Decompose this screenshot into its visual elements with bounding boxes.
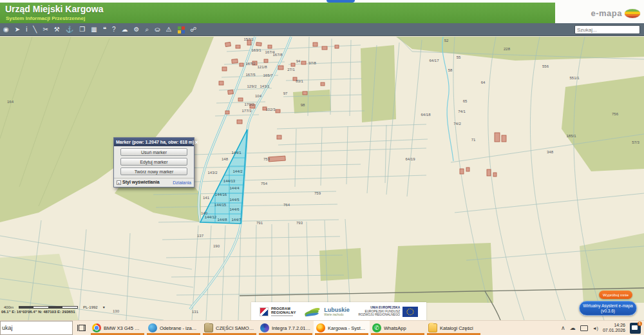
thunderbird-icon (148, 323, 157, 332)
marker-popup-body: Usuń markerEdytuj markerTwórz nowy marke… (114, 146, 194, 177)
notification-badge: 1 (638, 321, 642, 326)
folder-icon (428, 323, 437, 332)
program-line2: REGIONALNY (271, 311, 296, 314)
grid-icon[interactable]: ▦ (91, 23, 97, 36)
eu-line3: ROZWOJU REGIONALNEGO (359, 313, 401, 317)
marker-popup-title: Marker (pow: 1.2047 ha, obw: 618 m) (116, 140, 194, 144)
actions-link[interactable]: Działania (173, 180, 191, 185)
cart-icon[interactable]: ⛀ (155, 23, 160, 36)
emapa-logo-text: e-mapa (591, 8, 622, 18)
page-subtitle: System Informacji Przestrzennej (6, 15, 85, 21)
taskbar: ukaj BMW X3 G45 OSŁO...Odebrane - izabel… (0, 320, 644, 335)
lubuskie-logo: Lubuskie Warte zachodu (305, 307, 350, 316)
toolbar-icons: ◉➤i╲✂⚒⚓❐▦❝?☁⚙⌕⛀⚠☍ (3, 23, 197, 36)
taskbar-apps: BMW X3 G45 OSŁO...Odebrane - izabela...C… (90, 321, 482, 335)
taskbar-app-label: Integra 7.7.2.01 d [I... (272, 325, 311, 331)
stream (442, 37, 453, 161)
cut-icon[interactable]: ✂ (43, 23, 48, 36)
screen: 157/1163/1167/4167/89497/8167/2121/827/1… (0, 0, 644, 335)
task-view-button[interactable] (73, 321, 90, 335)
whatsapp-icon: ✆ (372, 323, 381, 332)
anchor-icon[interactable]: ⚓ (66, 23, 73, 36)
eu-flag-icon (402, 307, 418, 317)
taskbar-app-folder[interactable]: Katalogi Części (426, 321, 482, 335)
clock-time: 14:26 (603, 323, 625, 328)
marker-popup-titlebar[interactable]: Marker (pow: 1.2047 ha, obw: 618 m) × (114, 138, 194, 146)
emapa-logo-icon (625, 9, 640, 18)
taskbar-app-whatsapp[interactable]: ✆WhatsApp (370, 321, 426, 335)
marker-action-button-0[interactable]: Usuń marker (120, 148, 187, 156)
measure-line-icon[interactable]: ╲ (33, 23, 37, 36)
toolbar: ◉➤i╲✂⚒⚓❐▦❝?☁⚙⌕⛀⚠☍ (0, 23, 644, 36)
taskbar-app-firefox[interactable]: Kargowa - System I... (314, 321, 370, 335)
program-regionalny-flag-icon (260, 307, 269, 316)
taskbar-app-integra[interactable]: Integra 7.7.2.01 d [I... (258, 321, 314, 335)
header: Urząd Miejski Kargowa System Informacji … (0, 3, 555, 23)
explorer-icon (204, 323, 213, 332)
map-canvas[interactable] (0, 36, 644, 320)
marker-action-button-1[interactable]: Edytuj marker (120, 158, 187, 166)
magnifier-icon[interactable]: ⌕ (146, 23, 149, 36)
info-icon[interactable]: i (26, 23, 27, 36)
firefox-icon (316, 323, 325, 332)
share-person-icon[interactable]: ☍ (191, 23, 197, 36)
program-subtext (271, 315, 293, 316)
notification-bubble-icon (632, 325, 638, 330)
cloud-tray-icon[interactable]: ☁ (570, 325, 576, 331)
marker-popup: Marker (pow: 1.2047 ha, obw: 618 m) × Us… (113, 137, 194, 187)
clock-date: 07.01.2026 (603, 328, 625, 333)
warning-icon[interactable]: ⚠ (166, 23, 172, 36)
help-icon[interactable]: ? (112, 23, 116, 36)
coordinates-readout: 06.1" E: 16°03'06.4" N: 487103 E: 293651 (1, 310, 75, 314)
copy-icon[interactable]: ❐ (79, 23, 85, 36)
taskbar-app-label: CZĘŚCI SAMOCHO... (216, 325, 255, 331)
taskbar-app-thunderbird[interactable]: Odebrane - izabela... (146, 321, 202, 335)
lubuskie-name: Lubuskie (324, 307, 350, 313)
crs-label[interactable]: PL-1992 (83, 305, 98, 309)
taskbar-app-label: BMW X3 G45 OSŁO... (104, 325, 143, 331)
taskbar-app-label: Katalogi Części (440, 325, 473, 331)
close-icon[interactable]: × (194, 139, 198, 146)
tools-icon[interactable]: ⚒ (54, 23, 60, 36)
map-search-input[interactable] (575, 27, 644, 33)
tray-chevron-icon[interactable]: ∧ (561, 325, 565, 331)
system-tray: ∧ ☁ ◄) 14:26 07.01.2026 1 (561, 321, 644, 335)
task-view-icon (77, 325, 86, 331)
try-me-button[interactable]: Wypróbuj mnie (599, 291, 632, 299)
taskbar-app-explorer[interactable]: CZĘŚCI SAMOCHO... (202, 321, 258, 335)
taskbar-app-label: Kargowa - System I... (328, 325, 367, 331)
notification-center-button[interactable]: 1 (630, 323, 641, 334)
taskbar-app-chrome[interactable]: BMW X3 G45 OSŁO... (90, 321, 146, 335)
marker-action-button-2[interactable]: Twórz nowy marker (120, 168, 187, 175)
virtual-assistant-button[interactable]: Wirtualny Asystent e-mapa (v0.3.6) (579, 301, 637, 316)
expand-icon[interactable]: + (117, 180, 121, 185)
cursor-icon[interactable]: ➤ (15, 23, 20, 36)
logo-area: e-mapa (555, 0, 644, 23)
settings-gears-icon[interactable]: ⚙ (134, 23, 140, 36)
program-regionalny-logo: PROGRAM REGIONALNY (260, 307, 296, 316)
forest-areas (0, 37, 644, 303)
map-search-box (574, 25, 640, 34)
taskbar-search-input[interactable]: ukaj (0, 321, 73, 335)
chevron-down-icon[interactable]: ▾ (103, 305, 105, 309)
marker-polygon[interactable] (200, 129, 247, 224)
taskbar-app-label: Odebrane - izabela... (160, 325, 199, 331)
assistant-label: Wirtualny Asystent e-mapa (583, 303, 632, 309)
display-tray-icon[interactable] (580, 325, 588, 331)
layers-colored-icon[interactable] (178, 26, 185, 34)
assistant-version: (v0.3.6) (601, 309, 615, 314)
speaker-icon[interactable]: ◄) (592, 326, 598, 330)
style-toggle[interactable]: +Styl wyświetlania (117, 180, 160, 185)
comment-icon[interactable]: ❝ (103, 23, 106, 36)
page-title: Urząd Miejski Kargowa (5, 4, 104, 14)
cloud-icon[interactable]: ☁ (122, 23, 128, 36)
chrome-icon (92, 323, 101, 332)
lubuskie-swoosh-icon (305, 308, 321, 316)
marker-popup-footer: +Styl wyświetlania Działania (114, 178, 194, 187)
taskbar-clock[interactable]: 14:26 07.01.2026 (603, 323, 625, 333)
funding-logos-bar: PROGRAM REGIONALNY Lubuskie Warte zachod… (251, 302, 426, 321)
scale-bar: 400m PL-1992 ▾ (4, 305, 105, 309)
integra-icon (260, 323, 269, 332)
selection-circle-icon[interactable]: ◉ (3, 23, 9, 36)
lubuskie-tagline: Warte zachodu (324, 313, 350, 316)
